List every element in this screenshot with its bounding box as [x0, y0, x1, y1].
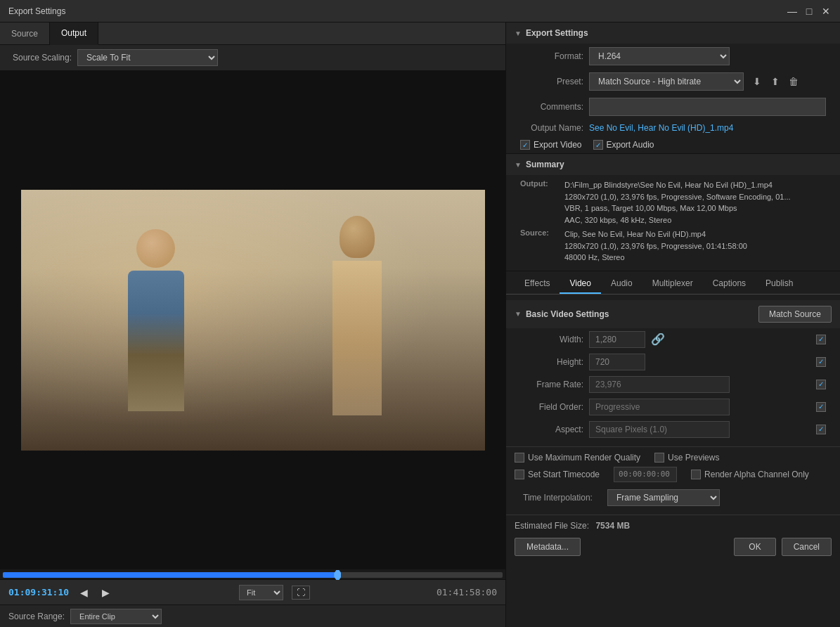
- figure-left-body: [128, 271, 184, 411]
- close-button[interactable]: ✕: [820, 6, 832, 17]
- timecode-end: 01:41:58:00: [437, 587, 497, 597]
- height-checkbox[interactable]: [816, 357, 826, 367]
- frame-rate-checkbox[interactable]: [816, 380, 826, 389]
- source-range-label: Source Range:: [8, 612, 65, 621]
- height-input[interactable]: [589, 354, 645, 370]
- set-start-timecode-checkbox[interactable]: [515, 470, 524, 479]
- render-alpha-label: Render Alpha Channel Only: [704, 470, 809, 479]
- height-row: Height:: [506, 351, 840, 373]
- tab-multiplexer[interactable]: Multiplexer: [642, 274, 703, 294]
- tab-output[interactable]: Output: [50, 22, 98, 45]
- aspect-label: Aspect:: [520, 425, 583, 434]
- scaling-select[interactable]: Scale To Fit Change Output Size Stretch …: [77, 49, 218, 66]
- source-scaling-label: Source Scaling:: [8, 53, 72, 63]
- fit-select[interactable]: Fit25%50%75%100%: [239, 585, 283, 600]
- tab-captions[interactable]: Captions: [703, 274, 756, 294]
- summary-source-row: Source: Clip, See No Evil, Hear No Evil …: [520, 228, 826, 264]
- export-audio-checkbox-item[interactable]: Export Audio: [593, 140, 654, 150]
- ok-button[interactable]: OK: [734, 538, 775, 556]
- preset-import-btn[interactable]: ⬆: [768, 74, 783, 89]
- aspect-row: Aspect:: [506, 418, 840, 441]
- comments-row: Comments:: [506, 94, 840, 119]
- source-range-select[interactable]: Entire Clip Work Area In to Out: [70, 609, 162, 624]
- progress-track[interactable]: [3, 572, 503, 578]
- field-order-label: Field Order:: [520, 402, 583, 412]
- tab-publish[interactable]: Publish: [756, 274, 803, 294]
- summary-output-label: Output:: [520, 179, 559, 226]
- use-previews-checkbox[interactable]: [654, 453, 664, 463]
- tabs-bar: Source Output: [0, 22, 505, 45]
- set-start-timecode-label: Set Start Timecode: [528, 470, 600, 479]
- frame-rate-row: Frame Rate:: [506, 373, 840, 396]
- file-size-row: Estimated File Size: 7534 MB: [515, 521, 832, 531]
- play-forward-btn[interactable]: ▶: [99, 586, 112, 600]
- tab-effects[interactable]: Effects: [515, 274, 560, 294]
- collapse-arrow-summary: ▼: [515, 161, 522, 169]
- tab-audio[interactable]: Audio: [601, 274, 642, 294]
- play-back-btn[interactable]: ◀: [77, 586, 91, 600]
- minimize-button[interactable]: —: [787, 6, 798, 17]
- preset-delete-btn[interactable]: 🗑: [786, 74, 801, 89]
- cancel-button[interactable]: Cancel: [782, 538, 832, 556]
- bottom-row-1: Use Maximum Render Quality Use Previews: [515, 453, 832, 463]
- set-start-timecode-item[interactable]: Set Start Timecode: [515, 470, 600, 479]
- tab-source[interactable]: Source: [0, 22, 50, 45]
- bvs-title: Basic Video Settings: [526, 309, 609, 319]
- export-settings-header[interactable]: ▼ Export Settings: [506, 22, 840, 44]
- video-tabs-bar: Effects Video Audio Multiplexer Captions…: [506, 274, 840, 295]
- max-render-quality-checkbox[interactable]: [515, 453, 524, 463]
- time-interpolation-select[interactable]: Frame Sampling Frame Blending Optical Fl…: [607, 489, 720, 506]
- controls-bar: 01:09:31:10 ◀ ▶ Fit25%50%75%100% ⛶ 01:41…: [0, 579, 505, 605]
- summary-content: Output: D:\Film_pp Blindstyre\See No Evi…: [506, 175, 840, 271]
- field-order-row: Field Order:: [506, 396, 840, 418]
- metadata-button[interactable]: Metadata...: [515, 538, 581, 556]
- tab-video[interactable]: Video: [560, 274, 600, 294]
- preset-select[interactable]: Match Source - High bitrate: [589, 72, 744, 91]
- fullscreen-btn[interactable]: ⛶: [292, 586, 310, 600]
- export-settings-section: ▼ Export Settings Format: H.264 Preset: …: [506, 22, 840, 154]
- basic-video-settings-section: ▼ Basic Video Settings Match Source Widt…: [506, 295, 840, 446]
- summary-header[interactable]: ▼ Summary: [506, 154, 840, 175]
- frame-rate-input[interactable]: [589, 376, 730, 393]
- match-source-button[interactable]: Match Source: [758, 306, 832, 323]
- progress-fill: [3, 572, 337, 578]
- link-icon: 🔗: [651, 332, 665, 346]
- use-previews-item[interactable]: Use Previews: [654, 453, 719, 463]
- preset-save-btn[interactable]: ⬇: [749, 74, 765, 89]
- figure-left-head: [136, 229, 175, 268]
- comments-input[interactable]: [589, 98, 826, 116]
- summary-output-row: Output: D:\Film_pp Blindstyre\See No Evi…: [520, 179, 826, 226]
- maximize-button[interactable]: □: [803, 6, 815, 17]
- export-video-checkbox-item[interactable]: Export Video: [520, 140, 582, 150]
- window-title: Export Settings: [8, 6, 65, 16]
- export-settings-title: Export Settings: [526, 28, 588, 38]
- aspect-checkbox[interactable]: [816, 425, 826, 434]
- max-render-quality-item[interactable]: Use Maximum Render Quality: [515, 453, 640, 463]
- source-scaling-bar: Source Scaling: Scale To Fit Change Outp…: [0, 45, 505, 71]
- export-video-checkbox[interactable]: [520, 140, 530, 150]
- frame-rate-label: Frame Rate:: [520, 380, 583, 389]
- bvs-header[interactable]: ▼ Basic Video Settings Match Source: [506, 300, 840, 328]
- render-alpha-checkbox[interactable]: [691, 470, 701, 479]
- left-panel: Source Output Source Scaling: Scale To F…: [0, 22, 506, 627]
- summary-source-value: Clip, See No Evil, Hear No Evil (HD).mp4…: [564, 228, 747, 264]
- time-interpolation-row: Time Interpolation: Frame Sampling Frame…: [515, 486, 832, 509]
- aspect-input[interactable]: [589, 421, 730, 438]
- figure-right-head: [340, 216, 375, 258]
- width-input[interactable]: [589, 331, 645, 348]
- format-select[interactable]: H.264: [589, 47, 730, 65]
- use-previews-label: Use Previews: [668, 453, 719, 463]
- bottom-bar: Estimated File Size: 7534 MB Metadata...…: [506, 515, 840, 562]
- preset-icons: ⬇ ⬆ 🗑: [749, 74, 801, 89]
- output-name-link[interactable]: See No Evil, Hear No Evil (HD)_1.mp4: [589, 123, 733, 133]
- preset-label: Preset:: [520, 77, 583, 86]
- field-order-input[interactable]: [589, 399, 730, 415]
- video-frame: [21, 190, 485, 451]
- field-order-checkbox[interactable]: [816, 402, 826, 412]
- start-timecode-input[interactable]: [614, 467, 677, 482]
- export-audio-checkbox[interactable]: [593, 140, 603, 150]
- progress-bar-container[interactable]: [0, 569, 505, 579]
- width-checkbox[interactable]: [816, 335, 826, 344]
- summary-title: Summary: [526, 160, 564, 169]
- render-alpha-item[interactable]: Render Alpha Channel Only: [691, 470, 809, 479]
